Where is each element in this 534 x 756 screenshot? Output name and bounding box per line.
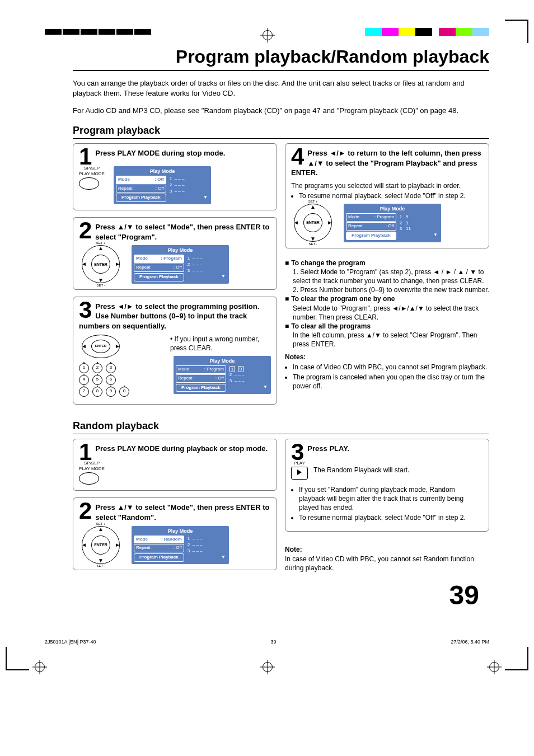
random-note: Note: In case of Video CD with PBC, you … [285, 538, 489, 576]
program-step-2: 2 Press ▲/▼ to select "Mode", then press… [73, 217, 277, 290]
step-number-1: 1 [79, 147, 92, 166]
footer-right: 27/2/06, 5:40 PM [451, 638, 489, 645]
step3-bullet: If you input a wrong number, press CLEAR… [170, 335, 259, 352]
nav-cluster-icon-2: SET + ▲▼◄► ENTER SET - [291, 204, 335, 242]
step1-title: Press PLAY MODE during stop mode. [79, 148, 271, 158]
random-step-1: 1 Press PLAY MODE during playback or sto… [73, 439, 277, 491]
osd-panel-1: Play Mode Mode: Off Repeat: Off Program … [114, 166, 211, 205]
registration-top [0, 0, 534, 45]
section-random: Random playback [73, 419, 489, 434]
page-title: Program playback/Random playback [73, 45, 489, 71]
intro-2: For Audio CD and MP3 CD, please see "Ran… [73, 106, 489, 116]
program-step-1: 1 Press PLAY MODE during stop mode. SP/S… [73, 143, 277, 210]
osd-panel-2: Play Mode Mode: Program Repeat: Off Prog… [132, 245, 229, 284]
program-step-4: 4 Press ◄/► to return to the left column… [285, 143, 489, 248]
playmode-button-icon: SP/SLP PLAY MODE [79, 461, 105, 485]
step4-title: Press ◄/► to return to the left column, … [291, 148, 483, 178]
registration-bottom [0, 645, 534, 690]
step4-bullet: To resume normal playback, select Mode "… [299, 191, 483, 200]
footer-mid: 39 [271, 638, 277, 645]
section-program: Program playback [73, 124, 489, 139]
number-pad-icon: 123 456 7890 [79, 361, 129, 398]
step-number-2: 2 [79, 221, 92, 240]
osd-panel-random: Play Mode Mode: Random Repeat: Off Progr… [132, 526, 229, 565]
program-step-3: 3 Press ◄/► to select the programming po… [73, 297, 277, 405]
osd-panel-3: Play Mode Mode: Program Repeat: Off Prog… [174, 356, 271, 395]
nav-cluster-horiz-icon: ◄► ENTER [79, 335, 123, 358]
random-step-3: 3 Press PLAY. PLAY The Random Playback w… [285, 439, 489, 532]
footer: 2J50101A [EN] P37-40 39 27/2/06, 5:40 PM [0, 622, 534, 645]
step-number-3: 3 [79, 300, 92, 320]
footer-left: 2J50101A [EN] P37-40 [45, 638, 96, 645]
page-number: 39 [449, 577, 479, 614]
nav-cluster-icon: SET + ▲▼◄► ENTER SET - [79, 245, 123, 283]
step3-title: Press ◄/► to select the programming posi… [79, 302, 271, 331]
step4-text: The programs you selected will start to … [291, 181, 483, 190]
step-number-4: 4 [291, 147, 304, 166]
intro-1: You can arrange the playback order of tr… [73, 78, 489, 98]
playmode-button-icon: SP/SLP PLAY MODE [79, 166, 105, 190]
random-step-2: 2 Press ▲/▼ to select "Mode", then press… [73, 497, 277, 570]
osd-panel-4: Play Mode Mode: Program Repeat: Off Prog… [344, 204, 441, 242]
step2-title: Press ▲/▼ to select "Mode", then press E… [79, 222, 271, 242]
program-notes: ■To change the program 1. Select Mode to… [285, 255, 489, 398]
play-button-icon: PLAY [291, 461, 308, 479]
nav-cluster-icon-3: SET + ▲▼◄► ENTER SET - [79, 526, 123, 564]
